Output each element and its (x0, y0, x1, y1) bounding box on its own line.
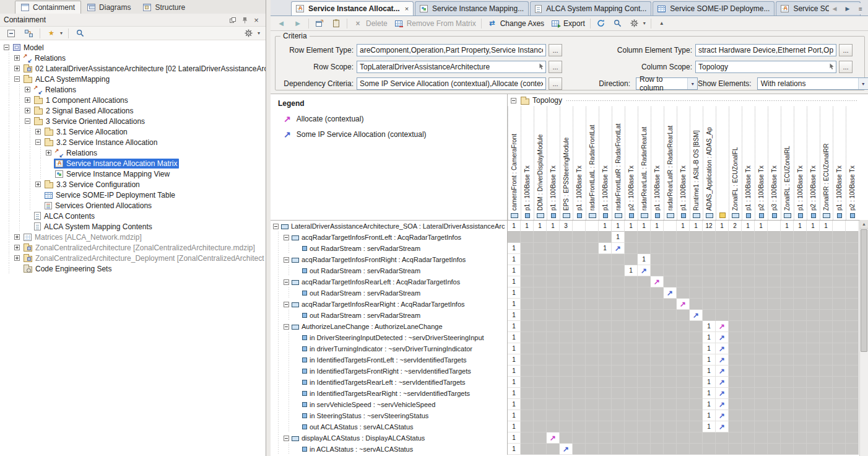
matrix-cell[interactable] (690, 276, 703, 287)
matrix-cell[interactable] (755, 444, 768, 455)
matrix-cell[interactable] (664, 377, 677, 388)
matrix-cell[interactable] (755, 354, 768, 366)
matrix-cell[interactable] (664, 332, 677, 343)
matrix-cell[interactable] (768, 354, 781, 366)
matrix-cell[interactable] (677, 421, 690, 432)
matrix-row-expander[interactable] (284, 235, 289, 240)
matrix-cell[interactable] (755, 321, 768, 332)
matrix-cell[interactable] (599, 432, 612, 444)
matrix-cell[interactable] (807, 310, 820, 321)
matrix-cell[interactable] (560, 254, 573, 265)
matrix-cell[interactable] (521, 421, 534, 432)
matrix-cell[interactable]: ↗ (716, 388, 729, 399)
matrix-cell[interactable] (755, 410, 768, 421)
matrix-cell[interactable] (586, 399, 599, 410)
matrix-cell[interactable] (677, 254, 690, 265)
matrix-cell[interactable] (534, 410, 547, 421)
scroll-right-icon[interactable]: ▶ (842, 3, 853, 14)
matrix-cell[interactable]: 1 (508, 377, 521, 388)
matrix-cell[interactable] (820, 276, 833, 287)
matrix-cell[interactable] (612, 444, 625, 455)
tree-item[interactable]: Relations (4, 84, 266, 95)
matrix-cell[interactable] (846, 343, 859, 354)
matrix-cell[interactable] (742, 299, 755, 310)
matrix-cell[interactable] (560, 332, 573, 343)
matrix-cell[interactable] (677, 332, 690, 343)
matrix-cell[interactable] (794, 388, 807, 399)
matrix-row-header[interactable]: out RadarStream : servRadarStream (271, 265, 508, 276)
matrix-cell[interactable]: 1 (521, 221, 534, 232)
matrix-column-header[interactable]: p2 : 100Base Tx (625, 107, 638, 220)
matrix-cell[interactable] (781, 254, 794, 265)
matrix-cell[interactable] (638, 321, 651, 332)
matrix-cell[interactable] (755, 388, 768, 399)
matrix-cell[interactable] (664, 299, 677, 310)
matrix-cell[interactable] (781, 265, 794, 276)
matrix-cell[interactable] (846, 254, 859, 265)
matrix-cell[interactable] (651, 354, 664, 366)
matrix-cell[interactable] (599, 343, 612, 354)
tree-expander[interactable] (14, 66, 20, 71)
matrix-cell[interactable] (690, 232, 703, 243)
matrix-cell[interactable] (521, 287, 534, 299)
matrix-cell[interactable]: 1 (508, 243, 521, 254)
tree-item[interactable]: 3.3 Service Configuration (4, 179, 266, 190)
matrix-cell[interactable] (560, 287, 573, 299)
tree-expander[interactable] (35, 182, 41, 187)
matrix-cell[interactable] (690, 332, 703, 343)
matrix-cell[interactable]: 1 (742, 221, 755, 232)
matrix-cell[interactable] (625, 444, 638, 455)
matrix-cell[interactable] (807, 243, 820, 254)
matrix-cell[interactable] (586, 276, 599, 287)
matrix-cell[interactable] (638, 399, 651, 410)
matrix-cell[interactable] (677, 310, 690, 321)
matrix-cell[interactable] (586, 354, 599, 366)
matrix-cell[interactable] (560, 432, 573, 444)
matrix-cell[interactable] (560, 399, 573, 410)
matrix-cell[interactable]: ↗ (716, 354, 729, 366)
matrix-cell[interactable] (703, 265, 716, 276)
matrix-cell[interactable] (729, 410, 742, 421)
matrix-cell[interactable]: ↗ (677, 299, 690, 310)
document-tab[interactable]: Service Instance Allocat...× (291, 1, 414, 15)
link-with-editor-button[interactable] (20, 27, 37, 40)
matrix-cell[interactable] (807, 321, 820, 332)
tree-expander[interactable] (14, 55, 20, 61)
tree-expander[interactable] (35, 129, 41, 134)
tab-close-icon[interactable]: × (405, 5, 409, 12)
matrix-cell[interactable] (781, 377, 794, 388)
matrix-cell[interactable] (586, 232, 599, 243)
matrix-cell[interactable] (534, 354, 547, 366)
matrix-cell[interactable] (846, 321, 859, 332)
matrix-column-header[interactable]: radarFrontLatR : RadarFrontLat (612, 107, 625, 220)
matrix-row-expander[interactable] (284, 279, 289, 285)
matrix-cell[interactable] (703, 232, 716, 243)
matrix-cell[interactable]: 1 (547, 221, 560, 232)
matrix-cell[interactable] (742, 232, 755, 243)
matrix-cell[interactable] (560, 232, 573, 243)
matrix-cell[interactable] (638, 377, 651, 388)
matrix-cell[interactable] (521, 366, 534, 377)
matrix-cell[interactable] (742, 254, 755, 265)
matrix-cell[interactable] (729, 265, 742, 276)
matrix-cell[interactable] (612, 421, 625, 432)
matrix-cell[interactable]: 1 (703, 377, 716, 388)
matrix-cell[interactable]: 1 (508, 276, 521, 287)
matrix-cell[interactable] (573, 221, 586, 232)
matrix-cell[interactable] (651, 254, 664, 265)
matrix-cell[interactable] (807, 354, 820, 366)
matrix-cell[interactable] (781, 444, 794, 455)
document-tab[interactable]: Service SOME-IP Deployme... (653, 1, 775, 15)
matrix-cell[interactable] (651, 343, 664, 354)
matrix-row-header[interactable]: out RadarStream : servRadarStream (271, 287, 508, 299)
matrix-cell[interactable] (599, 299, 612, 310)
matrix-cell[interactable] (794, 265, 807, 276)
matrix-cell[interactable]: 1 (703, 399, 716, 410)
tree-item[interactable]: 3.1 Service Allocation (4, 126, 266, 137)
matrix-cell[interactable] (573, 377, 586, 388)
matrix-cell[interactable] (586, 410, 599, 421)
matrix-cell[interactable] (729, 287, 742, 299)
matrix-cell[interactable] (625, 432, 638, 444)
matrix-cell[interactable] (729, 354, 742, 366)
matrix-row-header[interactable]: in ACLAStatus : ~servALCAStatus (271, 444, 508, 455)
